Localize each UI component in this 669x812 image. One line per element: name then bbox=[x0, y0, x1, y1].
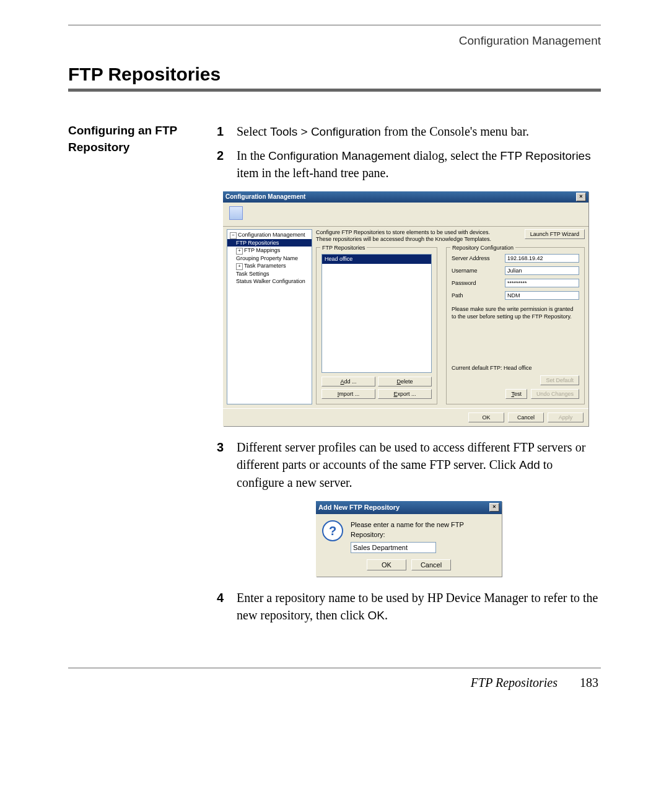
menu-path: Tools > Configuration bbox=[270, 125, 381, 138]
repository-configuration-group: Repository Configuration Server Address … bbox=[446, 247, 585, 404]
step-2: 2 In the Configuration Management dialog… bbox=[217, 147, 601, 182]
step-num: 4 bbox=[217, 589, 237, 624]
add-new-ftp-dialog: Add New FTP Repository × ? Please enter … bbox=[316, 501, 502, 577]
password-label: Password bbox=[452, 279, 500, 287]
page-header-section: Configuration Management bbox=[68, 34, 601, 48]
apply-button[interactable]: Apply bbox=[548, 413, 584, 422]
tree-root[interactable]: −Configuration Management bbox=[227, 231, 312, 239]
tree-item-task-settings[interactable]: Task Settings bbox=[227, 270, 312, 277]
export-button[interactable]: Export ... bbox=[378, 389, 432, 399]
step-4: 4 Enter a repository name to be used by … bbox=[217, 589, 601, 624]
step-num: 1 bbox=[217, 123, 237, 141]
path-label: Path bbox=[452, 292, 500, 300]
text: from the Console's menu bar. bbox=[381, 124, 529, 138]
question-icon: ? bbox=[322, 520, 343, 541]
toolbar-icon[interactable] bbox=[229, 206, 243, 220]
username-label: Username bbox=[452, 267, 500, 275]
step-body: Enter a repository name to be used by HP… bbox=[237, 589, 601, 624]
dialog-toolbar bbox=[223, 203, 588, 227]
title-rule bbox=[68, 89, 601, 92]
import-button[interactable]: Import ... bbox=[321, 389, 375, 399]
step-3: 3 Different server profiles can be used … bbox=[217, 439, 601, 491]
launch-ftp-wizard-button[interactable]: Launch FTP Wizard bbox=[525, 229, 585, 239]
tree-label: Configuration Management bbox=[238, 232, 305, 238]
dialog-name: Configuration Management bbox=[268, 149, 410, 162]
dialog-title: Configuration Management bbox=[225, 193, 305, 201]
step-num: 3 bbox=[217, 439, 237, 491]
permission-hint: Please make sure the write permission is… bbox=[452, 306, 579, 320]
password-input[interactable] bbox=[505, 279, 579, 287]
cancel-button[interactable]: Cancel bbox=[508, 413, 544, 422]
tree-item-name: FTP Repositories bbox=[500, 149, 590, 162]
dialog-titlebar[interactable]: Configuration Management × bbox=[223, 191, 588, 203]
repository-name-input[interactable] bbox=[351, 542, 436, 553]
expand-icon[interactable]: + bbox=[236, 263, 243, 270]
set-default-button[interactable]: Set Default bbox=[540, 375, 579, 385]
page-title: FTP Repositories bbox=[68, 64, 601, 85]
test-button[interactable]: Test bbox=[505, 389, 527, 399]
close-icon[interactable]: × bbox=[576, 193, 586, 201]
text: dialog, select the bbox=[410, 149, 500, 162]
group-title: Repository Configuration bbox=[450, 244, 515, 252]
server-address-input[interactable] bbox=[505, 254, 579, 263]
tree-item-task-params[interactable]: +Task Parameters bbox=[227, 262, 312, 270]
step-body: Different server profiles can be used to… bbox=[237, 439, 601, 491]
group-title: FTP Repositories bbox=[320, 244, 367, 252]
undo-changes-button[interactable]: Undo Changes bbox=[531, 389, 579, 399]
add-button[interactable]: Add ... bbox=[321, 377, 375, 386]
footer-page-number: 183 bbox=[580, 676, 598, 690]
cancel-button[interactable]: Cancel bbox=[411, 559, 451, 570]
dialog-desc-2: These repositories will be accessed thro… bbox=[316, 236, 491, 243]
delete-button[interactable]: Delete bbox=[378, 377, 432, 386]
close-icon[interactable]: × bbox=[489, 503, 499, 512]
repo-list-item-selected[interactable]: Head office bbox=[322, 255, 431, 264]
text: item in the left-hand tree pane. bbox=[237, 166, 388, 180]
username-input[interactable] bbox=[505, 266, 579, 275]
tree-label: Task Parameters bbox=[244, 263, 286, 269]
dialog-desc-1: Configure FTP Repositories to store elem… bbox=[316, 229, 491, 237]
step-body: Select Tools > Configuration from the Co… bbox=[237, 123, 601, 141]
tree-pane[interactable]: −Configuration Management FTP Repositori… bbox=[227, 229, 312, 404]
text: Select bbox=[237, 124, 270, 138]
footer-section: FTP Repositories bbox=[471, 676, 558, 690]
text: Enter a repository name to be used by HP… bbox=[237, 591, 598, 622]
side-heading: Configuring an FTP Repository bbox=[68, 123, 217, 631]
collapse-icon[interactable]: − bbox=[230, 232, 237, 239]
tree-item-status-walker[interactable]: Status Walker Configuration bbox=[227, 277, 312, 285]
add-term: Add bbox=[519, 458, 540, 471]
ok-button[interactable]: OK bbox=[468, 413, 504, 422]
step-body: In the Configuration Management dialog, … bbox=[237, 147, 601, 182]
prompt-text: Please enter a name for the new FTP Repo… bbox=[351, 520, 496, 539]
tree-item-grouping[interactable]: Grouping Property Name bbox=[227, 255, 312, 262]
step-1: 1 Select Tools > Configuration from the … bbox=[217, 123, 601, 141]
dialog-titlebar[interactable]: Add New FTP Repository × bbox=[316, 501, 502, 514]
ok-button[interactable]: OK bbox=[367, 559, 406, 570]
ok-term: OK bbox=[367, 609, 384, 622]
ftp-repositories-group: FTP Repositories Head office Add ... Del… bbox=[316, 247, 437, 404]
tree-label: FTP Mappings bbox=[244, 247, 280, 253]
expand-icon[interactable]: + bbox=[236, 248, 243, 255]
tree-item-ftp-mappings[interactable]: +FTP Mappings bbox=[227, 247, 312, 255]
path-input[interactable] bbox=[505, 291, 579, 300]
repo-listbox[interactable]: Head office bbox=[321, 254, 432, 373]
text: In the bbox=[237, 149, 268, 162]
dialog-footer: OK Cancel Apply bbox=[223, 408, 588, 426]
current-default-label: Current default FTP: Head office bbox=[452, 364, 579, 372]
server-address-label: Server Address bbox=[452, 255, 500, 263]
config-management-dialog: Configuration Management × −Configuratio… bbox=[223, 191, 588, 426]
dialog-title: Add New FTP Repository bbox=[318, 503, 400, 512]
tree-item-ftp-repositories[interactable]: FTP Repositories bbox=[227, 239, 312, 247]
text: . bbox=[385, 608, 388, 622]
step-num: 2 bbox=[217, 147, 237, 182]
